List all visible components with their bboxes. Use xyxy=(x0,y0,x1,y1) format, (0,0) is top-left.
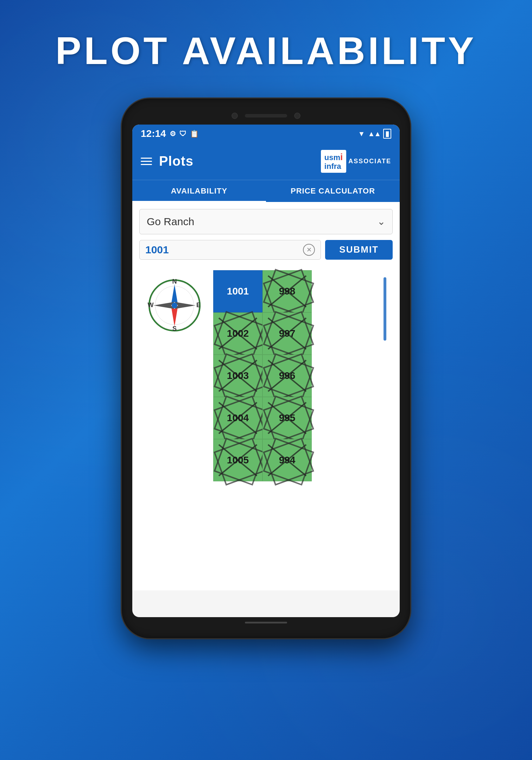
app-header: Plots usmi infra ASSOCIATE xyxy=(132,143,400,180)
sold-x-mark-7 xyxy=(263,397,311,439)
svg-line-16 xyxy=(268,318,306,349)
svg-line-14 xyxy=(219,318,257,349)
plot-row-2: 1002 997 xyxy=(213,312,376,355)
sold-x-mark-8 xyxy=(214,439,262,481)
header-logo: usmi infra ASSOCIATE xyxy=(321,150,391,173)
status-bar-left: 12:14 ⚙ 🛡 📋 xyxy=(141,128,199,139)
svg-line-18 xyxy=(219,360,257,392)
svg-line-19 xyxy=(219,360,257,392)
shield-icon: 🛡 xyxy=(179,130,186,138)
logo-text: usmi infra xyxy=(324,152,343,171)
svg-line-27 xyxy=(219,445,257,476)
svg-line-21 xyxy=(268,360,306,392)
app-content: Go Ranch ⌄ ✕ SUBMIT xyxy=(132,202,400,590)
plot-row-1: 1001 998 xyxy=(213,270,376,312)
phone-camera xyxy=(232,113,238,119)
status-bar: 12:14 ⚙ 🛡 📋 ▼ ▲▲ ▮ xyxy=(132,125,400,143)
logo-usm: usmi xyxy=(324,153,343,162)
svg-line-15 xyxy=(219,318,257,349)
hamburger-menu[interactable] xyxy=(141,158,152,165)
clip-icon: 📋 xyxy=(190,129,199,138)
search-input-container: ✕ xyxy=(139,240,321,260)
plot-cell-1001[interactable]: 1001 xyxy=(213,270,262,312)
svg-line-25 xyxy=(268,403,306,434)
compass-area: N S E W xyxy=(143,270,206,580)
plot-row-4: 1004 995 xyxy=(213,397,376,439)
dropdown-value: Go Ranch xyxy=(147,216,194,228)
phone-bottom-bar xyxy=(132,617,400,628)
svg-line-17 xyxy=(268,318,306,349)
hamburger-line-1 xyxy=(141,158,152,159)
status-bar-right: ▼ ▲▲ ▮ xyxy=(358,129,391,139)
plot-cell-1003[interactable]: 1003 xyxy=(213,355,262,397)
svg-line-20 xyxy=(268,360,306,392)
logo-infra: infra xyxy=(324,162,341,171)
sold-x-mark-2 xyxy=(214,313,262,354)
phone-speaker xyxy=(245,114,287,118)
svg-line-24 xyxy=(268,403,306,434)
phone-top-bar xyxy=(132,109,400,125)
svg-point-5 xyxy=(172,303,177,308)
wifi-icon: ▼ xyxy=(358,130,365,138)
plot-cell-994[interactable]: 994 xyxy=(262,439,312,481)
sold-x-mark-6 xyxy=(214,397,262,439)
tab-price-calculator[interactable]: PRICE CALCULATOR xyxy=(266,180,400,202)
plot-map-area: N S E W 1001 xyxy=(139,267,393,583)
sold-x-mark xyxy=(263,271,311,312)
plot-cell-998[interactable]: 998 xyxy=(262,270,312,312)
plot-cell-996[interactable]: 996 xyxy=(262,355,312,397)
status-time: 12:14 xyxy=(141,128,166,139)
svg-text:E: E xyxy=(196,302,201,309)
app-title: Plots xyxy=(159,154,194,169)
plot-row-3: 1003 996 xyxy=(213,355,376,397)
svg-line-29 xyxy=(268,445,306,476)
logo-box: usmi infra xyxy=(321,150,346,173)
svg-line-26 xyxy=(219,445,257,476)
header-left: Plots xyxy=(141,154,194,169)
plot-number-input[interactable] xyxy=(145,244,303,256)
scroll-indicator[interactable] xyxy=(384,277,386,341)
plot-cell-1005[interactable]: 1005 xyxy=(213,439,262,481)
chevron-down-icon: ⌄ xyxy=(377,216,385,227)
svg-text:W: W xyxy=(148,302,154,309)
search-row: ✕ SUBMIT xyxy=(139,240,393,260)
plot-row-5: 1005 994 xyxy=(213,439,376,481)
signal-icon: ▲▲ xyxy=(368,130,380,138)
hamburger-line-2 xyxy=(141,161,152,162)
svg-text:N: N xyxy=(172,278,177,285)
sold-x-mark-4 xyxy=(214,355,262,397)
svg-line-28 xyxy=(268,445,306,476)
hamburger-line-3 xyxy=(141,164,152,165)
svg-text:S: S xyxy=(172,325,177,332)
svg-line-22 xyxy=(219,403,257,434)
logo-associate: ASSOCIATE xyxy=(348,158,391,165)
svg-line-12 xyxy=(268,276,306,307)
battery-icon: ▮ xyxy=(383,129,391,139)
project-dropdown[interactable]: Go Ranch ⌄ xyxy=(139,209,393,234)
compass-icon: N S E W xyxy=(146,277,203,334)
plot-cell-1004[interactable]: 1004 xyxy=(213,397,262,439)
sold-x-mark-3 xyxy=(263,313,311,354)
phone-screen: 12:14 ⚙ 🛡 📋 ▼ ▲▲ ▮ xyxy=(132,125,400,617)
page-title: PLOT AVAILABILITY xyxy=(0,28,532,73)
plot-cell-995[interactable]: 995 xyxy=(262,397,312,439)
plot-cell-1002[interactable]: 1002 xyxy=(213,312,262,355)
submit-button[interactable]: SUBMIT xyxy=(325,240,393,260)
svg-line-13 xyxy=(268,276,306,307)
gear-icon: ⚙ xyxy=(170,129,176,138)
sold-x-mark-9 xyxy=(263,439,311,481)
svg-line-23 xyxy=(219,403,257,434)
phone-mockup: 12:14 ⚙ 🛡 📋 ▼ ▲▲ ▮ xyxy=(122,99,410,638)
plots-grid: 1001 998 xyxy=(213,270,376,580)
tab-availability[interactable]: AVAILABILITY xyxy=(132,180,266,202)
plot-cell-997[interactable]: 997 xyxy=(262,312,312,355)
phone-camera-2 xyxy=(294,113,300,119)
sold-x-mark-5 xyxy=(263,355,311,397)
clear-button[interactable]: ✕ xyxy=(303,244,315,256)
home-button-line xyxy=(245,622,287,623)
phone-shell: 12:14 ⚙ 🛡 📋 ▼ ▲▲ ▮ xyxy=(122,99,410,638)
app-tabs: AVAILABILITY PRICE CALCULATOR xyxy=(132,180,400,202)
